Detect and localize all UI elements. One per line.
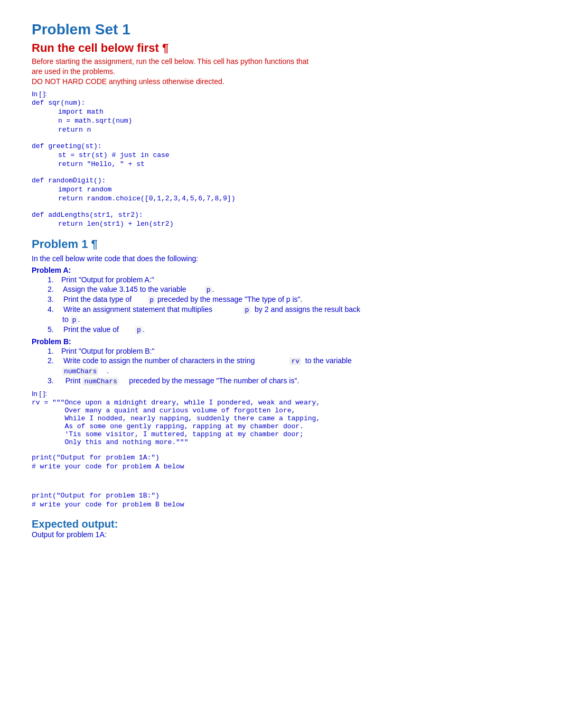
before-text-2: are used in the problems.: [32, 67, 529, 76]
code-addlengths-return: return len(str1) + len(str2): [58, 220, 529, 228]
code-randomdigit-import: import random: [58, 186, 529, 193]
code-greeting: def greeting(st):: [32, 142, 529, 150]
inline-code-p5: p: [135, 326, 143, 334]
code-randomdigit: def randomDigit():: [32, 177, 529, 185]
list-num: 2.: [48, 285, 61, 294]
list-num: 2.: [48, 356, 61, 365]
run-cell-heading: Run the cell below first ¶: [32, 41, 529, 55]
list-text: Print "Output for problem B:": [61, 347, 154, 355]
list-item: 2. Assign the value 3.145 to the variabl…: [48, 285, 529, 294]
expected-output-text: Output for problem 1A:: [32, 530, 529, 539]
inline-code-rv: rv: [289, 357, 301, 365]
code-greeting-st: st = str(st) # just in case: [58, 151, 529, 159]
comment-a: # write your code for problem A below: [32, 463, 529, 471]
list-item: 1. Print "Output for problem B:": [48, 347, 529, 355]
in-label-2: In [ ]:: [32, 390, 529, 398]
code-sqr-return: return n: [58, 126, 529, 134]
do-not-hard-code: DO NOT HARD CODE anything unless otherwi…: [32, 77, 529, 86]
inline-code-p: p: [205, 286, 212, 294]
problem1-heading: Problem 1 ¶: [32, 237, 529, 251]
list-item: 4. Write an assignment statement that mu…: [48, 305, 529, 314]
comment-b: # write your code for problem B below: [32, 501, 529, 509]
list-item: 5. Print the value of p.: [48, 325, 529, 334]
print-1b: print("Output for problem 1B:"): [32, 492, 529, 500]
list-text: Write code to assign the number of chara…: [61, 356, 352, 365]
problem1-intro: In the cell below write code that does t…: [32, 254, 529, 263]
in-label-1: In [ ]:: [32, 90, 529, 98]
list-item: 3. Print the data type of p preceded by …: [48, 295, 529, 304]
code-addlengths: def addLengths(str1, str2):: [32, 211, 529, 219]
list-item-cont2: numChars .: [62, 366, 529, 375]
before-text-1: Before starting the assignment, run the …: [32, 57, 529, 66]
list-num: 1.: [48, 275, 61, 284]
code-sqr: def sqr(num):: [32, 99, 529, 107]
inline-code-p3: p: [243, 306, 250, 314]
code-greeting-return: return "Hello, " + st: [58, 160, 529, 168]
expected-output-heading: Expected output:: [32, 518, 529, 530]
inline-code-numchars2: numChars: [82, 377, 118, 385]
list-num: 3.: [48, 295, 61, 304]
list-text: Print the data type of p preceded by the…: [61, 295, 302, 304]
page-title: Problem Set 1: [32, 21, 529, 38]
list-num: 3.: [48, 376, 61, 385]
list-item: 1. Print "Output for problem A:": [48, 275, 529, 284]
print-1a: print("Output for problem 1A:"): [32, 454, 529, 462]
list-text: Print the value of p.: [61, 325, 145, 334]
problem-b-label: Problem B:: [32, 337, 529, 346]
list-text: Print numChars preceded by the message "…: [61, 376, 299, 385]
rv-code-block: rv = """Once upon a midnight dreary, whi…: [32, 399, 529, 446]
inline-code-p2: p: [148, 296, 155, 304]
list-text: Assign the value 3.145 to the variable p…: [61, 285, 214, 294]
list-text: Print "Output for problem A:": [61, 275, 154, 284]
list-item-cont: to p.: [62, 315, 529, 324]
list-text-cont: to p.: [62, 315, 80, 324]
list-num: 4.: [48, 305, 61, 314]
list-item: 3. Print numChars preceded by the messag…: [48, 376, 529, 385]
inline-code-numchars: numChars: [62, 367, 98, 375]
inline-code-p4: p: [71, 316, 78, 324]
problem-a-label: Problem A:: [32, 266, 529, 274]
code-sqr-import: import math: [58, 108, 529, 116]
list-text: Write an assignment statement that multi…: [61, 305, 360, 314]
list-text-cont2: numChars .: [62, 366, 109, 375]
list-num: 1.: [48, 347, 61, 355]
list-item: 2. Write code to assign the number of ch…: [48, 356, 529, 365]
code-randomdigit-return: return random.choice([0,1,2,3,4,5,6,7,8,…: [58, 195, 529, 202]
list-num: 5.: [48, 325, 61, 334]
code-sqr-n: n = math.sqrt(num): [58, 117, 529, 125]
